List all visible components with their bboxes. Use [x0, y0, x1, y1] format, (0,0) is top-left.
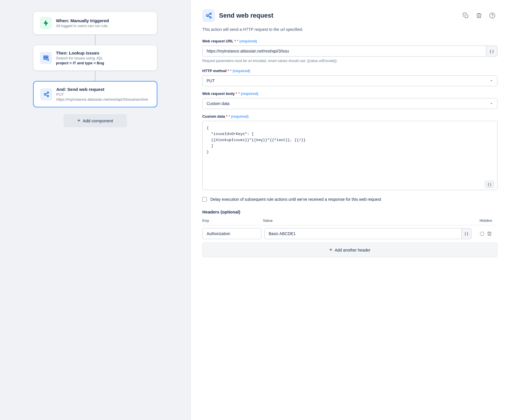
header-key-input[interactable] — [202, 228, 261, 239]
add-component-button[interactable]: + Add component — [63, 114, 127, 127]
header-hidden-col — [474, 231, 497, 236]
lookup-text: Then: Lookup issues Search for issues us… — [56, 50, 104, 65]
custom-data-container: { "issueIdsOrKeys": [ {{#lookupIssues}}"… — [202, 121, 497, 191]
custom-data-textarea[interactable]: { "issueIdsOrKeys": [ {{#lookupIssues}}"… — [202, 121, 497, 190]
send-request-card[interactable]: And: Send web request PUT https://myinst… — [33, 81, 157, 107]
svg-line-13 — [208, 14, 210, 15]
svg-line-8 — [46, 93, 47, 94]
trigger-icon — [40, 17, 52, 29]
col-value-header: Value — [263, 218, 471, 223]
url-curly-button[interactable]: { } — [486, 46, 497, 56]
send-request-url: https://myinstance.atlassian.net/rest/ap… — [56, 97, 148, 102]
url-field-group: Web request URL * * (required) { } Reque… — [202, 39, 497, 63]
svg-rect-2 — [43, 59, 47, 59]
add-component-label: Add component — [83, 118, 113, 123]
send-request-text: And: Send web request PUT https://myinst… — [56, 87, 148, 102]
url-hint: Request parameters must be url encoded, … — [202, 58, 497, 63]
svg-point-16 — [490, 13, 495, 18]
body-field-group: Web request body * * (required) Custom d… — [202, 91, 497, 109]
send-request-title: And: Send web request — [56, 87, 148, 92]
header-value-container: { } — [264, 228, 471, 239]
svg-rect-15 — [465, 15, 468, 18]
trigger-subtitle: All logged in users can run rule. — [56, 24, 109, 28]
lookup-subtitle: Search for issues using JQL — [56, 56, 104, 60]
url-label: Web request URL * * (required) — [202, 39, 497, 43]
delay-checkbox-row: Delay execution of subsequent rule actio… — [202, 196, 497, 202]
col-key-header: Key — [202, 218, 260, 223]
headers-section: Headers (optional) Key Value Hidden { } — [202, 209, 497, 257]
trigger-text: When: Manually triggered All logged in u… — [56, 18, 109, 28]
header-value-input[interactable] — [265, 228, 461, 239]
http-method-label: HTTP method * * (required) — [202, 69, 497, 73]
header-row: { } — [202, 228, 497, 239]
svg-line-4 — [48, 60, 49, 61]
url-input[interactable] — [203, 46, 486, 56]
header-curly-button[interactable]: { } — [461, 228, 471, 239]
left-panel: When: Manually triggered All logged in u… — [0, 0, 190, 420]
headers-section-title: Headers (optional) — [202, 209, 497, 214]
header-hidden-checkbox[interactable] — [480, 232, 484, 236]
connector-2 — [95, 71, 96, 81]
panel-actions — [461, 10, 497, 21]
custom-data-label: Custom data * * (required) — [202, 114, 497, 119]
trigger-title: When: Manually triggered — [56, 18, 109, 23]
svg-line-14 — [208, 16, 210, 17]
delete-button[interactable] — [474, 10, 484, 21]
headers-table-header: Key Value Hidden — [202, 218, 497, 225]
right-panel: Send web request — [190, 0, 509, 420]
url-input-container: { } — [202, 46, 497, 57]
send-request-method: PUT — [56, 92, 148, 97]
add-header-plus-icon: + — [329, 247, 332, 253]
panel-title: Send web request — [219, 12, 456, 19]
help-button[interactable] — [487, 10, 497, 21]
svg-point-17 — [492, 17, 493, 17]
col-hidden-header: Hidden — [474, 218, 497, 223]
send-request-icon — [40, 88, 52, 100]
lookup-title: Then: Lookup issues — [56, 50, 104, 55]
add-header-button[interactable]: + Add another header — [202, 243, 497, 257]
svg-line-9 — [46, 95, 47, 95]
custom-data-field-group: Custom data * * (required) { "issueIdsOr… — [202, 114, 497, 191]
add-header-label: Add another header — [335, 248, 370, 252]
svg-point-6 — [47, 92, 49, 93]
delay-checkbox[interactable] — [202, 197, 207, 202]
lookup-icon — [40, 52, 52, 64]
svg-rect-0 — [43, 56, 48, 57]
svg-point-10 — [206, 15, 208, 17]
connector-1 — [95, 35, 96, 45]
panel-description: This action will send a HTTP request to … — [202, 27, 497, 33]
delay-checkbox-label[interactable]: Delay execution of subsequent rule actio… — [210, 196, 381, 202]
body-select[interactable]: Custom data Issue data Empty — [202, 98, 497, 109]
svg-point-12 — [210, 17, 211, 18]
lookup-card[interactable]: Then: Lookup issues Search for issues us… — [33, 45, 157, 71]
panel-header: Send web request — [202, 9, 497, 22]
http-method-select[interactable]: GET POST PUT PATCH DELETE — [202, 75, 497, 86]
trigger-card[interactable]: When: Manually triggered All logged in u… — [33, 12, 157, 35]
lookup-highlight: project = IT and type = Bug — [56, 61, 104, 65]
svg-point-11 — [210, 13, 211, 14]
header-delete-button[interactable] — [487, 231, 492, 236]
body-label: Web request body * * (required) — [202, 91, 497, 96]
plus-icon: + — [77, 118, 81, 124]
http-method-field-group: HTTP method * * (required) GET POST PUT … — [202, 69, 497, 86]
duplicate-button[interactable] — [461, 10, 471, 21]
svg-point-7 — [47, 95, 49, 97]
svg-rect-1 — [43, 57, 48, 58]
textarea-curly-button[interactable]: { } — [485, 181, 494, 188]
svg-point-5 — [44, 93, 46, 95]
panel-icon — [202, 9, 215, 22]
